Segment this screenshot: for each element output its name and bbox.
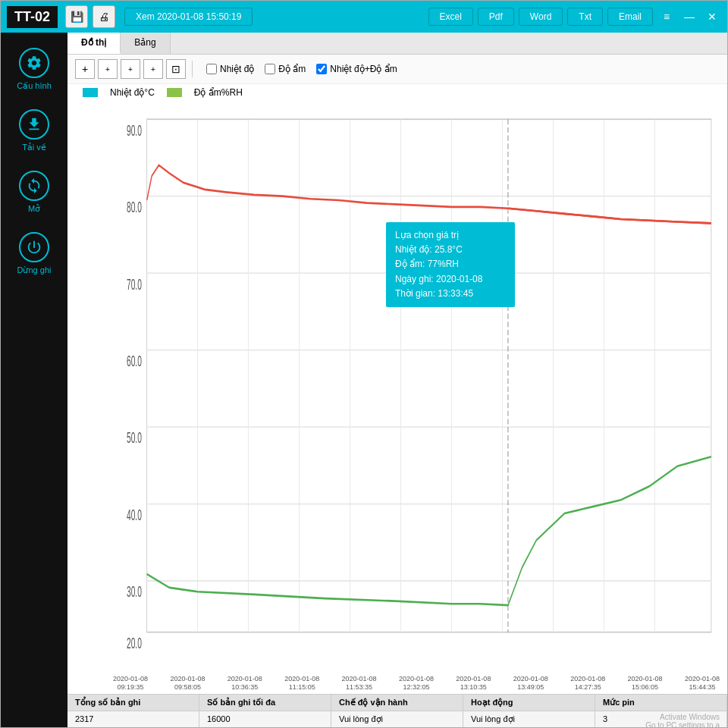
close-button[interactable]: ✕ xyxy=(703,8,721,26)
x-label-1: 2020-01-0809:58:05 xyxy=(170,675,205,692)
svg-text:30.0: 30.0 xyxy=(127,584,142,600)
sidebar-item-dung-ghi[interactable]: Dừng ghi xyxy=(1,224,67,283)
display-mode-group: Nhiệt độ Độ ẩm Nhiệt độ+Độ ẩm xyxy=(206,64,397,74)
dung-ghi-label: Dừng ghi xyxy=(17,265,52,275)
option-do-am[interactable]: Độ ẩm xyxy=(265,64,306,74)
sidebar-item-cau-hinh[interactable]: Cấu hình xyxy=(1,40,67,99)
x-label-7: 2020-01-0813:49:05 xyxy=(513,675,548,692)
svg-text:20.0: 20.0 xyxy=(127,635,142,648)
toolbar-separator xyxy=(192,61,193,77)
mo-label: Mở xyxy=(28,204,40,214)
chart-svg: 90.0 80.0 70.0 60.0 50.0 40.0 30.0 20.0 xyxy=(113,108,720,648)
config-icon xyxy=(19,48,49,78)
main-panel: Đồ thị Bảng + + + + ⊡ Nhiệt độ xyxy=(67,33,727,727)
status-header-3: Hoạt động xyxy=(463,695,595,711)
status-row: 2317 16000 Vui lòng đợi Vui lòng đợi 3 A… xyxy=(67,711,727,727)
x-label-6: 2020-01-0813:10:35 xyxy=(456,675,491,692)
zoom-out-y-button[interactable]: + xyxy=(143,59,163,79)
nhiet-do-legend-color xyxy=(83,88,98,97)
status-bar: Tổng số bản ghi Số bản ghi tối đa Chế độ… xyxy=(67,694,727,727)
x-label-9: 2020-01-0815:06:05 xyxy=(628,675,663,692)
email-button[interactable]: Email xyxy=(607,8,653,26)
status-val-1: 16000 xyxy=(199,711,331,727)
status-header-0: Tổng số bản ghi xyxy=(67,695,199,711)
chart-toolbar: + + + + ⊡ Nhiệt độ Độ ẩm xyxy=(67,55,727,84)
nhiet-do-do-am-option-label: Nhiệt độ+Độ ẩm xyxy=(330,64,397,74)
power-icon xyxy=(19,232,49,262)
zoom-in-x-button[interactable]: + xyxy=(75,59,95,79)
checkbox-nhiet-do[interactable] xyxy=(206,64,217,74)
sidebar-item-tai-ve[interactable]: Tải về xyxy=(1,102,67,160)
app-id: TT-02 xyxy=(7,6,58,28)
view-date-button[interactable]: Xem 2020-01-08 15:50:19 xyxy=(124,8,253,26)
svg-text:80.0: 80.0 xyxy=(127,199,142,215)
open-icon xyxy=(19,171,49,201)
do-am-legend-color xyxy=(167,88,182,97)
zoom-in-y-button[interactable]: + xyxy=(98,59,118,79)
pdf-button[interactable]: Pdf xyxy=(478,8,514,26)
minimize-button[interactable]: — xyxy=(680,8,698,26)
excel-button[interactable]: Excel xyxy=(428,8,473,26)
zoom-out-x-button[interactable]: + xyxy=(121,59,140,79)
tab-do-thi[interactable]: Đồ thị xyxy=(67,33,121,54)
svg-text:50.0: 50.0 xyxy=(127,430,142,446)
option-nhiet-do[interactable]: Nhiệt độ xyxy=(206,64,254,74)
do-am-option-label: Độ ẩm xyxy=(278,64,306,74)
app-window: TT-02 💾 🖨 Xem 2020-01-08 15:50:19 Excel … xyxy=(0,0,728,728)
tai-ve-label: Tải về xyxy=(22,143,46,152)
nhiet-do-option-label: Nhiệt độ xyxy=(220,64,254,74)
chart-container[interactable]: 90.0 80.0 70.0 60.0 50.0 40.0 30.0 20.0 xyxy=(67,101,727,694)
title-bar: TT-02 💾 🖨 Xem 2020-01-08 15:50:19 Excel … xyxy=(1,1,727,33)
tab-bang[interactable]: Bảng xyxy=(121,33,170,54)
x-label-5: 2020-01-0812:32:05 xyxy=(399,675,434,692)
reset-button[interactable]: ⊡ xyxy=(166,59,186,79)
cau-hinh-label: Cấu hình xyxy=(17,81,52,91)
svg-text:40.0: 40.0 xyxy=(127,507,142,522)
checkbox-nhiet-do-do-am[interactable] xyxy=(316,64,327,74)
svg-text:70.0: 70.0 xyxy=(127,276,142,292)
sidebar: Cấu hình Tải về Mở xyxy=(1,33,67,727)
do-am-legend-label: Độ ẩm%RH xyxy=(194,87,243,98)
tab-bar: Đồ thị Bảng xyxy=(67,33,727,55)
txt-button[interactable]: Txt xyxy=(567,8,603,26)
status-val-3: Vui lòng đợi xyxy=(463,711,595,727)
status-header-1: Số bản ghi tối đa xyxy=(199,695,331,711)
content-area: Cấu hình Tải về Mở xyxy=(1,33,727,727)
status-header: Tổng số bản ghi Số bản ghi tối đa Chế độ… xyxy=(67,695,727,711)
x-label-3: 2020-01-0811:15:05 xyxy=(284,675,319,692)
x-label-10: 2020-01-0815:44:35 xyxy=(685,675,720,692)
x-label-0: 2020-01-0809:19:35 xyxy=(113,675,148,692)
legend-bar: Nhiệt độ°C Độ ẩm%RH xyxy=(67,84,727,101)
window-controls: ≡ — ✕ xyxy=(657,8,721,26)
status-val-2: Vui lòng đợi xyxy=(331,711,463,727)
sidebar-item-mo[interactable]: Mở xyxy=(1,163,67,221)
svg-text:60.0: 60.0 xyxy=(127,353,142,369)
nhiet-do-legend-label: Nhiệt độ°C xyxy=(110,87,155,98)
save-button[interactable]: 💾 xyxy=(65,5,88,28)
activate-windows-text: Activate WindowsGo to PC settings to a xyxy=(645,713,720,727)
print-button[interactable]: 🖨 xyxy=(93,5,115,28)
x-label-4: 2020-01-0811:53:35 xyxy=(342,675,377,692)
status-header-4: Mức pin xyxy=(595,695,727,711)
checkbox-do-am[interactable] xyxy=(265,64,275,74)
status-header-2: Chế độ vận hành xyxy=(331,695,463,711)
x-label-8: 2020-01-0814:27:35 xyxy=(570,675,605,692)
x-label-2: 2020-01-0810:36:35 xyxy=(228,675,262,692)
menu-button[interactable]: ≡ xyxy=(657,8,676,26)
option-nhiet-do-do-am[interactable]: Nhiệt độ+Độ ẩm xyxy=(316,64,397,74)
status-val-0: 2317 xyxy=(67,711,199,727)
word-button[interactable]: Word xyxy=(519,8,563,26)
svg-text:90.0: 90.0 xyxy=(127,122,142,138)
download-icon xyxy=(19,109,49,140)
